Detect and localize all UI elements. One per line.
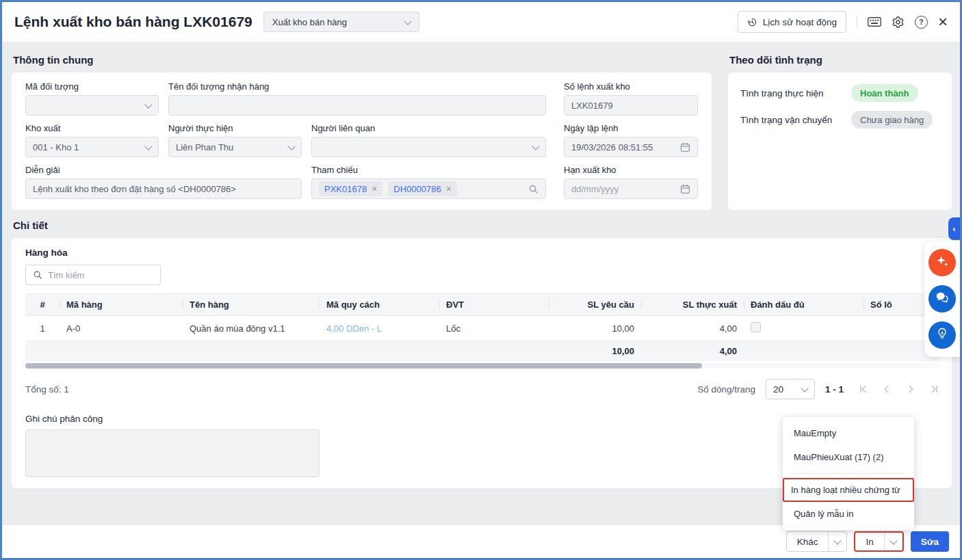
- menu-divider: [792, 473, 905, 474]
- col-dvt: ĐVT: [439, 294, 549, 316]
- header-actions: Lịch sử hoạt động ? ×: [738, 11, 948, 33]
- ten-doi-tuong-input[interactable]: [168, 95, 546, 116]
- chat-support-button[interactable]: [928, 285, 956, 312]
- khac-button-label[interactable]: Khác: [787, 532, 829, 551]
- collapse-panel-icon[interactable]: ‹: [948, 217, 960, 240]
- gear-icon[interactable]: [892, 16, 905, 29]
- field-so-lenh-xuat-kho: Số lệnh xuất kho LXK01679: [564, 81, 698, 116]
- remove-tag-icon[interactable]: ×: [372, 184, 377, 194]
- rows-per-page-label: Số dòng/trang: [697, 384, 755, 395]
- help-icon[interactable]: ?: [915, 16, 928, 29]
- han-xuat-kho-placeholder: dd/mm/yyyy: [571, 184, 675, 194]
- warehouse-export-order-window: Lệnh xuất kho bán hàng LXK01679 Xuất kho…: [0, 0, 962, 560]
- sparkle-icon: [935, 254, 950, 271]
- field-label: Tham chiếu: [311, 165, 546, 175]
- calendar-icon[interactable]: [680, 142, 690, 152]
- col-ma-quy-cach: Mã quy cách: [320, 294, 439, 316]
- status-row-execution: Tình trạng thực hiện Hoàn thành: [740, 84, 939, 102]
- table-row: 1 A-0 Quần áo mùa đông v1.1 4,00 DDen - …: [25, 316, 939, 341]
- tham-chieu-input[interactable]: PXK01678 × DH0000786 ×: [311, 178, 546, 199]
- mark-complete-checkbox[interactable]: [751, 322, 761, 332]
- ma-doi-tuong-select[interactable]: [25, 95, 159, 116]
- keyboard-shortcuts-icon[interactable]: [868, 17, 881, 27]
- cell-ma-hang: A-0: [60, 316, 183, 341]
- rows-per-page-select[interactable]: 20: [766, 379, 815, 399]
- calendar-icon[interactable]: [680, 184, 690, 194]
- field-han-xuat-kho: Hạn xuất kho dd/mm/yyyy: [564, 165, 698, 199]
- menu-item-template[interactable]: MauEmpty: [783, 421, 914, 445]
- khac-split-button[interactable]: Khác: [786, 531, 848, 552]
- window-header: Lệnh xuất kho bán hàng LXK01679 Xuất kho…: [2, 2, 960, 42]
- in-split-button[interactable]: In: [854, 531, 903, 552]
- close-icon[interactable]: ×: [938, 16, 948, 28]
- lightbulb-icon: [935, 327, 949, 343]
- search-icon: [33, 270, 42, 280]
- nguoi-lien-quan-select[interactable]: [311, 137, 546, 157]
- field-ngay-lap-lenh: Ngày lập lệnh 19/03/2026 08:51:55: [564, 123, 698, 157]
- nguoi-thuc-hien-select[interactable]: Liên Phan Thu: [168, 137, 302, 157]
- ngay-lap-lenh-input[interactable]: 19/03/2026 08:51:55: [564, 137, 698, 157]
- search-icon[interactable]: [528, 184, 538, 194]
- menu-item-template[interactable]: MauPhieuXuat (17) (2): [783, 445, 914, 469]
- first-page-icon[interactable]: [858, 384, 868, 394]
- assignment-note-textarea[interactable]: [25, 429, 320, 477]
- chevron-down-icon: [532, 142, 539, 150]
- assistant-panel: [924, 241, 960, 357]
- cell-sl-yeu-cau: 10,00: [549, 316, 641, 341]
- status-row-shipping: Tình trạng vận chuyển Chưa giao hàng: [740, 111, 939, 129]
- remove-tag-icon[interactable]: ×: [446, 184, 452, 194]
- cell-index: 1: [25, 316, 60, 341]
- field-dien-giai: Diễn giải Lệnh xuất kho theo đơn đặt hàn…: [25, 165, 302, 199]
- field-label: Diễn giải: [25, 165, 302, 175]
- cell-ma-quy-cach-link[interactable]: 4,00 DDen - L: [320, 316, 439, 341]
- field-ten-doi-tuong: Tên đối tượng nhận hàng: [168, 81, 546, 116]
- document-type-value: Xuất kho bán hàng: [272, 17, 347, 27]
- goods-search-input[interactable]: Tìm kiếm: [25, 265, 161, 285]
- status-badge: Hoàn thành: [851, 84, 918, 102]
- field-tham-chieu: Tham chiếu PXK01678 × DH0000786 ×: [311, 165, 546, 199]
- goods-table-header-row: # Mã hàng Tên hàng Mã quy cách ĐVT SL yê…: [25, 294, 939, 316]
- sua-button[interactable]: Sửa: [911, 531, 949, 552]
- summary-row: 10,00 4,00: [25, 341, 939, 362]
- field-nguoi-lien-quan: Người liên quan: [311, 123, 546, 157]
- chevron-down-icon: [834, 537, 842, 544]
- in-dropdown-toggle[interactable]: [884, 533, 902, 550]
- next-page-icon[interactable]: [906, 384, 915, 394]
- cell-danh-dau-du: [744, 316, 863, 341]
- general-info-heading: Thông tin chung: [13, 54, 710, 66]
- last-page-icon[interactable]: [930, 384, 939, 394]
- cell-sl-thuc-xuat: 4,00: [641, 316, 744, 341]
- han-xuat-kho-input[interactable]: dd/mm/yyyy: [564, 178, 698, 199]
- ai-assistant-button[interactable]: [928, 249, 956, 276]
- so-lenh-xuat-kho-input: LXK01679: [564, 95, 698, 116]
- in-button-label[interactable]: In: [855, 533, 883, 550]
- goods-label: Hàng hóa: [25, 248, 939, 258]
- field-label: Kho xuất: [25, 123, 159, 133]
- prev-page-icon[interactable]: [882, 384, 892, 394]
- field-label: Người liên quan: [311, 123, 546, 133]
- detail-heading: Chi tiết: [13, 219, 950, 231]
- menu-item-batch-print[interactable]: In hàng loạt nhiều chứng từ: [783, 478, 914, 502]
- kho-xuat-select[interactable]: 001 - Kho 1: [25, 137, 159, 157]
- chevron-down-icon: [144, 101, 152, 108]
- header-divider: [857, 16, 857, 28]
- field-nguoi-thuc-hien: Người thực hiện Liên Phan Thu: [168, 123, 302, 157]
- cell-dvt: Lốc: [439, 316, 549, 341]
- col-ten-hang: Tên hàng: [183, 294, 320, 316]
- kho-xuat-value: 001 - Kho 1: [33, 142, 140, 152]
- menu-item-manage-templates[interactable]: Quản lý mẫu in: [783, 502, 914, 526]
- scrollbar-thumb[interactable]: [25, 363, 702, 369]
- tips-button[interactable]: [928, 321, 956, 349]
- field-label: Số lệnh xuất kho: [564, 81, 698, 92]
- field-kho-xuat: Kho xuất 001 - Kho 1: [25, 123, 159, 157]
- activity-history-button[interactable]: Lịch sử hoạt động: [738, 11, 846, 33]
- khac-dropdown-toggle[interactable]: [828, 532, 846, 551]
- document-type-select[interactable]: Xuất kho bán hàng: [263, 12, 419, 32]
- goods-table: # Mã hàng Tên hàng Mã quy cách ĐVT SL yê…: [25, 293, 939, 361]
- dien-giai-input[interactable]: Lệnh xuất kho theo đơn đặt hàng số <DH00…: [25, 178, 302, 199]
- horizontal-scrollbar[interactable]: [25, 363, 939, 369]
- page-range: 1 - 1: [825, 384, 844, 395]
- goods-search-placeholder: Tìm kiếm: [48, 270, 84, 280]
- cell-ten-hang: Quần áo mùa đông v1.1: [183, 316, 320, 341]
- field-label: Ngày lập lệnh: [564, 123, 698, 133]
